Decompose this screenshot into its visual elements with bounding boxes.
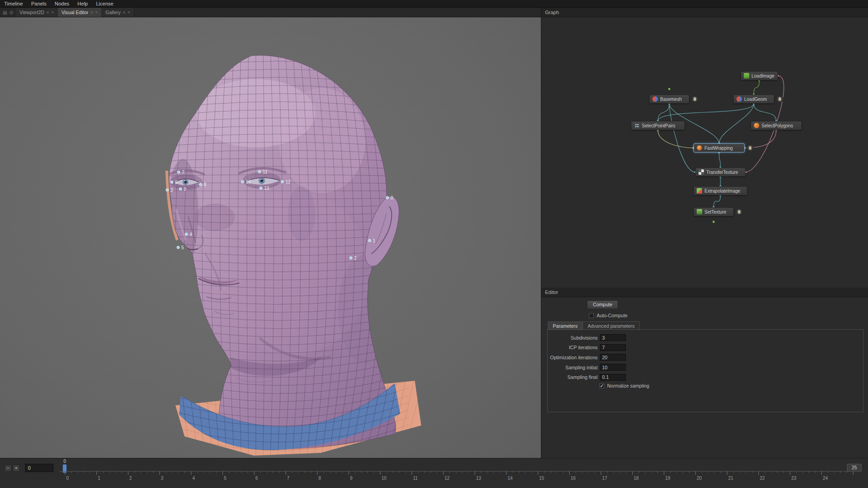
range-end-field[interactable]: 25 [847,464,862,472]
param-label: Sampling initial [548,365,598,370]
ruler-minor-tick [525,471,525,473]
tab-menu-icon[interactable]: ≡ [47,10,49,15]
port-dot [668,88,671,90]
compute-button[interactable]: Compute [587,300,618,309]
node-transfertexture[interactable]: TransferTexture [695,168,746,177]
right-panel: Graph LoadImageBasemeshLoadGeomSelectPoi… [541,8,868,458]
menu-nodes[interactable]: Nodes [51,0,74,8]
node-extrapolateimage[interactable]: ExtrapolateImage [693,186,747,195]
tab-menu-icon[interactable]: ≡ [123,10,125,15]
ruler-minor-tick [292,471,292,473]
menu-help[interactable]: Help [74,0,92,8]
sphere-orange-icon [754,123,759,128]
ruler-minor-tick [576,471,576,473]
menu-panels[interactable]: Panels [27,0,51,8]
lightbulb-icon[interactable] [736,208,743,215]
tab-viewport2d[interactable]: Viewport2D≡× [16,8,58,17]
panel-grid-icon[interactable]: ▤ [3,10,7,15]
ruler-minor-tick [197,471,198,473]
viewport-3d[interactable]: 012345678910111213 [0,17,541,458]
search-icon[interactable]: ⊙ [9,10,13,15]
lightbulb-icon[interactable] [776,95,783,103]
tab-close-icon[interactable]: × [95,10,98,15]
param-input-optimization-iterations[interactable] [600,354,626,361]
node-fastwrapping[interactable]: FastWrapping [693,143,745,152]
param-input-sampling-final[interactable] [600,374,626,381]
node-loadimage[interactable]: LoadImage [741,71,778,80]
tab-visual-editor[interactable]: Visual Editor≡× [58,8,101,17]
ruler-tick [128,471,128,475]
ruler-minor-tick [809,471,809,473]
param-input-icp-iterations[interactable] [600,344,626,351]
menu-timeline[interactable]: Timeline [0,0,27,8]
parameters-box: SubdivisionsICP iterationsOptimization i… [547,329,863,412]
ruler-tick-label: 16 [571,476,576,481]
ruler-minor-tick [462,471,462,473]
ruler-minor-tick [367,471,368,473]
auto-compute-checkbox[interactable] [589,313,594,318]
tab-gallery[interactable]: Gallery≡× [102,8,134,17]
svg-text:12: 12 [286,179,291,184]
tab-menu-icon[interactable]: ≡ [90,10,93,15]
ruler-minor-tick [430,471,431,473]
node-basemesh[interactable]: Basemesh [649,94,689,104]
tab-close-icon[interactable]: × [127,10,130,15]
landmark-5[interactable]: 5 [177,245,184,250]
ruler-minor-tick [481,471,482,473]
ruler-tick [159,471,160,475]
normalize-sampling-checkbox[interactable] [599,383,604,388]
ruler-line [59,471,862,472]
ruler-minor-tick [450,471,450,473]
head-mesh: 012345678910111213 [0,17,541,458]
param-input-sampling-initial[interactable] [600,364,626,371]
node-label: LoadImage [752,73,774,79]
ruler-tick [506,471,507,475]
menu-license[interactable]: License [92,0,117,8]
ruler-tick-label: 10 [381,476,386,481]
connection-loadimage-loadgeom [754,80,759,94]
ruler-minor-tick [323,471,324,473]
ruler-tick-label: 11 [413,476,418,481]
extrap-icon [697,188,702,194]
left-column: ▤ ⊙ Viewport2D≡×Visual Editor≡×Gallery≡× [0,8,541,458]
ruler-minor-tick [550,471,551,473]
node-loadgeom[interactable]: LoadGeom [733,94,774,104]
lightbulb-icon[interactable] [746,144,754,152]
ruler-tick-label: 17 [602,476,607,481]
ruler-tick [254,471,254,475]
ruler-minor-tick [235,471,236,473]
node-settexture[interactable]: SetTexture [693,207,734,216]
ruler-minor-tick [752,471,752,473]
ruler-minor-tick [355,471,355,473]
ruler-minor-tick [803,471,803,473]
node-graph-canvas[interactable]: LoadImageBasemeshLoadGeomSelectPointPair… [541,17,868,288]
lightbulb-icon[interactable] [691,95,699,103]
svg-text:5: 5 [181,245,184,250]
node-selectpolygons[interactable]: SelectPolygons [751,121,802,130]
bulb-glyph [749,146,752,150]
ruler-minor-tick [828,471,828,473]
ruler-minor-tick [393,471,393,473]
bulb-glyph [778,97,781,101]
port-dot [713,221,715,223]
ruler-minor-tick [405,471,406,473]
ruler-minor-tick [418,471,418,473]
node-label: FastWrapping [704,146,733,151]
ruler-tick [853,471,853,475]
ruler-minor-tick [765,471,765,473]
graph-panel-header: Graph [541,8,868,17]
timeline-ruler[interactable]: 0123456789101112131415161718192021222324 [0,458,868,488]
ruler-minor-tick [740,471,740,473]
ruler-minor-tick [260,471,261,473]
param-label: ICP iterations [548,345,598,350]
svg-text:4: 4 [190,232,192,237]
ruler-tick-label: 1 [98,476,101,481]
ruler-tick [538,471,538,475]
ruler-tick [758,471,759,475]
tab-close-icon[interactable]: × [51,10,53,15]
node-selectpointpairs[interactable]: SelectPointPairs [631,121,685,130]
dots-icon [634,123,640,128]
param-input-subdivisions[interactable] [600,334,626,341]
ruler-minor-tick [531,471,532,473]
ruler-tick [727,471,727,475]
